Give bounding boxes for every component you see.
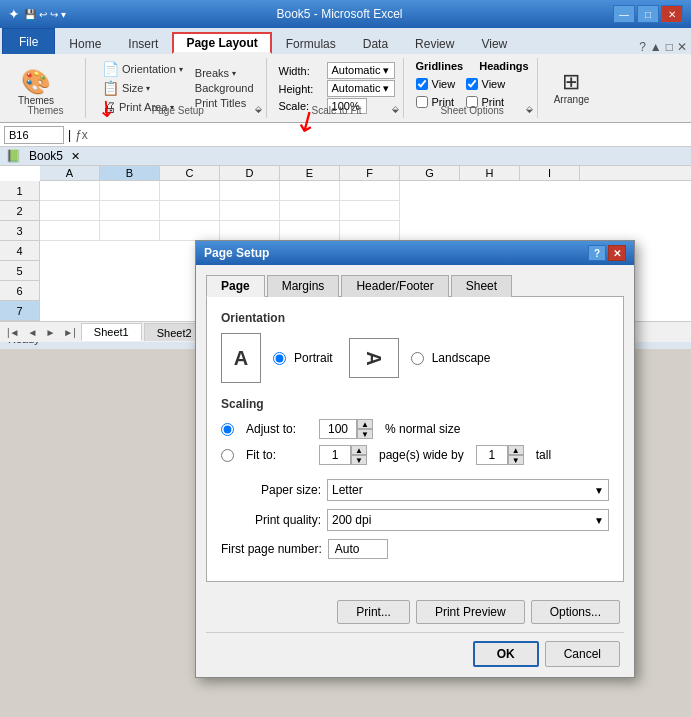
paper-size-select[interactable]: Letter ▼ <box>327 479 609 501</box>
grid-cell[interactable] <box>220 221 280 241</box>
window-controls: — □ ✕ <box>613 5 683 23</box>
grid-cell[interactable] <box>40 221 100 241</box>
fit-tall-up[interactable]: ▲ <box>508 445 524 455</box>
arrange-button[interactable]: ⊞ Arrange <box>550 69 594 107</box>
arrange-icon: ⊞ <box>562 71 580 93</box>
grid-cell[interactable] <box>280 181 340 201</box>
tab-formulas[interactable]: Formulas <box>273 32 349 54</box>
orientation-icon: 📄 <box>102 61 119 77</box>
orientation-button[interactable]: 📄 Orientation ▾ <box>98 60 187 78</box>
undo-icon[interactable]: ↩ <box>39 9 47 20</box>
headings-view-checkbox[interactable] <box>466 78 478 90</box>
breaks-button[interactable]: Breaks ▾ <box>191 66 240 80</box>
workbook-close-icon[interactable]: ✕ <box>71 150 80 163</box>
dialog-tab-page[interactable]: Page <box>206 275 265 297</box>
grid-cell[interactable] <box>340 221 400 241</box>
tab-file[interactable]: File <box>2 28 55 54</box>
fit-tall-input[interactable] <box>476 445 508 465</box>
grid-cell[interactable] <box>340 181 400 201</box>
grid-cell[interactable] <box>100 201 160 221</box>
cell-reference-box[interactable]: B16 <box>4 126 64 144</box>
fx-button[interactable]: ƒx <box>75 128 88 142</box>
sheet-nav-prev[interactable]: ◄ <box>25 326 41 339</box>
print-preview-button[interactable]: Print Preview <box>416 600 525 624</box>
fit-pages-up[interactable]: ▲ <box>351 445 367 455</box>
close-button[interactable]: ✕ <box>661 5 683 23</box>
dialog-tab-sheet[interactable]: Sheet <box>451 275 512 297</box>
landscape-radio[interactable] <box>411 352 424 365</box>
dialog-tab-content: Orientation A Portrait A <box>206 296 624 582</box>
grid-cell[interactable] <box>40 181 100 201</box>
adjust-radio[interactable] <box>221 423 234 436</box>
portrait-radio[interactable] <box>273 352 286 365</box>
orientation-options: A Portrait A Landscape <box>221 333 609 383</box>
tab-home[interactable]: Home <box>56 32 114 54</box>
gridlines-view-checkbox[interactable] <box>416 78 428 90</box>
page-setup-dialog-launcher[interactable]: ⬙ <box>255 104 262 114</box>
save-icon[interactable]: 💾 <box>24 9 36 20</box>
first-page-row: First page number: <box>221 539 609 559</box>
adjust-spin-down[interactable]: ▼ <box>357 429 373 439</box>
fit-radio[interactable] <box>221 449 234 462</box>
size-button[interactable]: 📋 Size ▾ <box>98 79 154 97</box>
ribbon-collapse-icon[interactable]: ▲ <box>650 40 662 54</box>
redo-icon[interactable]: ↪ <box>50 9 58 20</box>
fit-tall-spin-buttons: ▲ ▼ <box>508 445 524 465</box>
dialog-tab-margins[interactable]: Margins <box>267 275 340 297</box>
paper-size-dropdown-icon: ▼ <box>594 485 604 496</box>
options-button[interactable]: Options... <box>531 600 620 624</box>
cancel-button[interactable]: Cancel <box>545 641 620 667</box>
adjust-spin-up[interactable]: ▲ <box>357 419 373 429</box>
tab-review[interactable]: Review <box>402 32 467 54</box>
fit-pages-input[interactable] <box>319 445 351 465</box>
grid-cell[interactable] <box>100 181 160 201</box>
ribbon-group-arrange: ⊞ Arrange <box>542 58 622 118</box>
page-setup-dialog: Page Setup ? ✕ Page Margins Header/Foote… <box>195 240 635 678</box>
minimize-button[interactable]: — <box>613 5 635 23</box>
sheet-options-dialog-launcher[interactable]: ⬙ <box>526 104 533 114</box>
background-button[interactable]: Background <box>191 81 258 95</box>
grid-cell[interactable] <box>160 221 220 241</box>
fit-tall-down[interactable]: ▼ <box>508 455 524 465</box>
cell-ref-value: B16 <box>9 129 29 141</box>
grid-cell[interactable] <box>160 201 220 221</box>
ok-button[interactable]: OK <box>473 641 539 667</box>
grid-cell[interactable] <box>40 201 100 221</box>
print-quality-select[interactable]: 200 dpi ▼ <box>327 509 609 531</box>
first-page-input[interactable] <box>328 539 388 559</box>
fit-pages-down[interactable]: ▼ <box>351 455 367 465</box>
dialog-close-button[interactable]: ✕ <box>608 245 626 261</box>
themes-button[interactable]: 🎨 Themes <box>14 68 58 108</box>
formula-input[interactable] <box>92 126 687 144</box>
sheet-nav-next[interactable]: ► <box>42 326 58 339</box>
sheet-tab-1[interactable]: Sheet1 <box>81 323 142 341</box>
col-header-g: G <box>400 166 460 180</box>
fit-pages-spin: ▲ ▼ <box>319 445 367 465</box>
print-quality-row: Print quality: 200 dpi ▼ <box>221 509 609 531</box>
sheet-nav-first[interactable]: |◄ <box>4 326 23 339</box>
grid-cell[interactable] <box>220 181 280 201</box>
grid-cell[interactable] <box>220 201 280 221</box>
window-close-icon[interactable]: ✕ <box>677 40 687 54</box>
scale-dialog-launcher[interactable]: ⬙ <box>392 104 399 114</box>
col-header-h: H <box>460 166 520 180</box>
grid-cell[interactable] <box>160 181 220 201</box>
restore-icon[interactable]: □ <box>666 40 673 54</box>
row-header-5: 5 <box>0 261 39 281</box>
tab-data[interactable]: Data <box>350 32 401 54</box>
grid-cell[interactable] <box>280 201 340 221</box>
fit-tall-spin: ▲ ▼ <box>476 445 524 465</box>
print-button[interactable]: Print... <box>337 600 410 624</box>
dialog-tab-header-footer[interactable]: Header/Footer <box>341 275 448 297</box>
sheet-nav-last[interactable]: ►| <box>60 326 79 339</box>
tab-insert[interactable]: Insert <box>115 32 171 54</box>
grid-cell[interactable] <box>340 201 400 221</box>
help-icon[interactable]: ? <box>639 40 646 54</box>
dialog-help-button[interactable]: ? <box>588 245 606 261</box>
grid-cell[interactable] <box>280 221 340 241</box>
maximize-button[interactable]: □ <box>637 5 659 23</box>
tab-page-layout[interactable]: Page Layout <box>172 32 271 54</box>
grid-cell[interactable] <box>100 221 160 241</box>
tab-view[interactable]: View <box>468 32 520 54</box>
adjust-value-input[interactable] <box>319 419 357 439</box>
